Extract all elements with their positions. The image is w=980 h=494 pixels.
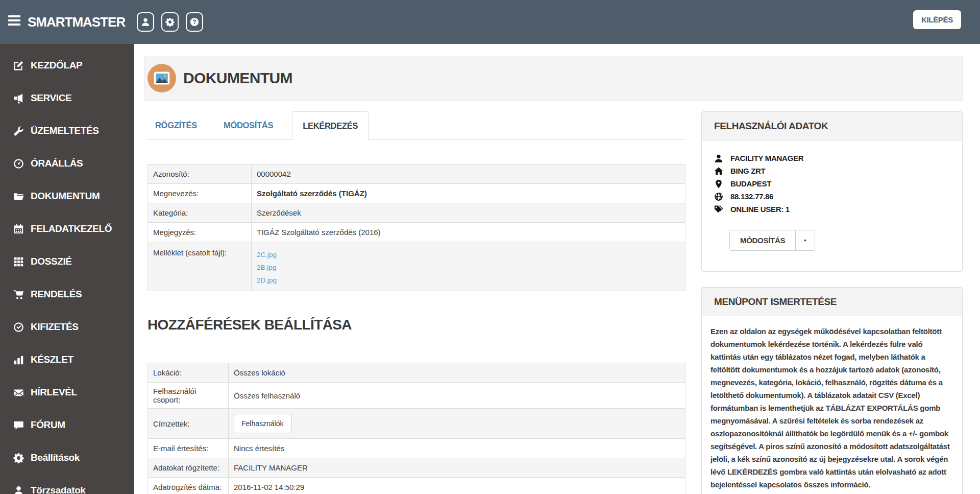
- row-value: TIGÁZ Szolgáltató szerződés (2016): [252, 223, 685, 242]
- page-header: DOKUMENTUM: [144, 56, 963, 101]
- tags-icon: [714, 205, 723, 214]
- user-info-text: 88.132.77.86: [730, 192, 773, 201]
- user-info-text: FACILITY MANAGER: [730, 154, 803, 162]
- user-info-line: FACILITY MANAGER: [714, 152, 950, 164]
- row-label: Megjegyzés:: [148, 223, 252, 242]
- sidebar-item-label: ÓRAÁLLÁS: [31, 158, 83, 169]
- attachment-link[interactable]: 2B.jpg: [257, 261, 277, 274]
- table-row: Címzettek:Felhasználók: [148, 408, 685, 438]
- sidebar-item-label: KÉSZLET: [31, 354, 74, 365]
- modify-button[interactable]: MÓDOSÍTÁS: [729, 230, 796, 251]
- sidebar-item-rendeles[interactable]: RENDELÉS: [0, 278, 134, 311]
- table-row: Lokáció:Összes lokáció: [148, 363, 685, 382]
- sidebar-item-keszlet[interactable]: KÉSZLET: [0, 343, 134, 376]
- tab-lekerdezes[interactable]: LEKÉRDEZÉS: [292, 111, 369, 140]
- sidebar-item-feladatkezelo[interactable]: FELADATKEZELŐ: [0, 213, 134, 245]
- attachment-link[interactable]: 2D.jpg: [257, 274, 277, 287]
- sidebar-item-beallitasok[interactable]: Beállítások: [0, 441, 134, 474]
- table-row: Megjegyzés:TIGÁZ Szolgáltató szerződés (…: [148, 222, 685, 242]
- table-row: Kategória:Szerződések: [148, 203, 685, 222]
- sidebar-item-label: SERVICE: [31, 92, 71, 104]
- user-info-line: ONLINE USER: 1: [714, 203, 950, 216]
- access-settings-table: Lokáció:Összes lokációFelhasználói csopo…: [148, 363, 685, 494]
- sidebar-item-oraallas[interactable]: ÓRAÁLLÁS: [0, 147, 134, 180]
- megaphone-icon: [13, 93, 24, 104]
- map-marker-icon: [714, 179, 723, 189]
- sidebar-item-label: FÓRUM: [31, 419, 65, 431]
- row-label: E-mail értesítés:: [148, 439, 229, 458]
- tab-modositas[interactable]: MÓDOSÍTÁS: [216, 111, 281, 139]
- row-value: Szerződések: [252, 203, 685, 222]
- bar-chart-icon: [13, 355, 24, 365]
- cart-icon: [13, 289, 24, 300]
- topbar: SMARTMASTER KILÉPÉS: [0, 0, 980, 44]
- row-label: Adatokat rögzítette:: [148, 458, 229, 477]
- row-value: FACILITY MANAGER: [229, 458, 685, 477]
- row-value: Összes lokáció: [229, 363, 685, 382]
- user-icon[interactable]: [137, 12, 154, 32]
- sidebar-item-label: HÍRLEVÉL: [31, 387, 77, 398]
- sidebar-item-hirlevel[interactable]: HÍRLEVÉL: [0, 376, 134, 409]
- user-info-text: ONLINE USER: 1: [730, 205, 790, 214]
- sidebar-item-kifizetes[interactable]: KIFIZETÉS: [0, 311, 134, 343]
- user-icon: [13, 485, 24, 494]
- folder-icon: [13, 191, 24, 202]
- info-panel-body: Ezen az oldalon az egységek működésével …: [702, 316, 962, 494]
- users-button[interactable]: Felhasználók: [234, 414, 291, 433]
- sidebar-item-kezdolap[interactable]: KEZDŐLAP: [0, 49, 134, 82]
- sidebar-item-label: KEZDŐLAP: [31, 60, 82, 71]
- sidebar-item-label: Törzsadatok: [31, 485, 86, 494]
- attachment-link[interactable]: 2C.jpg: [257, 248, 277, 261]
- sidebar-item-forum[interactable]: FÓRUM: [0, 409, 134, 441]
- gear-icon[interactable]: [161, 12, 179, 32]
- table-row: Megnevezés:Szolgáltató szerződés (TIGÁZ): [148, 183, 685, 203]
- row-label: Melléklet (csatolt fájl):: [148, 242, 252, 291]
- user-icon: [714, 154, 723, 163]
- access-section-title: HOZZÁFÉRÉSEK BEÁLLÍTÁSA: [148, 317, 352, 333]
- caret-down-icon[interactable]: [796, 230, 815, 251]
- user-info-line: 88.132.77.86: [714, 190, 950, 203]
- page-image-icon: [148, 64, 176, 92]
- row-value: 00000042: [252, 164, 685, 183]
- edit-icon: [13, 60, 24, 71]
- sidebar-item-torzsadatok[interactable]: Törzsadatok: [0, 474, 134, 494]
- tab-rogzites[interactable]: RÖGZÍTÉS: [148, 111, 205, 139]
- question-icon[interactable]: [186, 12, 203, 32]
- wrench-icon: [13, 126, 24, 136]
- sidebar-item-label: ÜZEMELTETÉS: [31, 125, 99, 136]
- logout-button[interactable]: KILÉPÉS: [913, 10, 961, 29]
- sidebar-item-uzemeltetes[interactable]: ÜZEMELTETÉS: [0, 114, 134, 147]
- sidebar-item-dokumentum[interactable]: DOKUMENTUM: [0, 180, 134, 213]
- user-info-line: BING ZRT: [714, 164, 950, 177]
- row-value: Szolgáltató szerződés (TIGÁZ): [252, 184, 685, 203]
- table-row: Adatokat rögzítette:FACILITY MANAGER: [148, 458, 685, 477]
- user-info-line: BUDAPEST: [714, 177, 950, 190]
- hamburger-menu-icon[interactable]: [8, 15, 21, 29]
- modify-split-button: MÓDOSÍTÁS: [729, 230, 815, 251]
- home-icon: [714, 167, 723, 176]
- grid-icon: [13, 256, 24, 267]
- calendar-icon: [13, 224, 24, 234]
- row-label: Kategória:: [148, 203, 252, 222]
- row-label: Címzettek:: [148, 409, 229, 438]
- user-panel-title: FELHASZNÁLÓI ADATOK: [702, 112, 962, 140]
- comment-icon: [13, 420, 24, 431]
- table-row: Azonosító:00000042: [148, 164, 685, 183]
- table-row: Felhasználói csoport:Összes felhasználó: [148, 382, 685, 408]
- sidebar-item-dosszie[interactable]: DOSSZIÉ: [0, 245, 134, 278]
- row-value: Felhasználók: [229, 409, 685, 438]
- row-label: Lokáció:: [148, 363, 229, 382]
- sidebar-item-label: DOSSZIÉ: [31, 256, 72, 267]
- sidebar-item-label: FELADATKEZELŐ: [31, 223, 112, 234]
- user-info-text: BUDAPEST: [730, 179, 771, 188]
- gear-icon: [13, 453, 24, 463]
- sidebar-item-service[interactable]: SERVICE: [0, 82, 134, 114]
- row-value: Nincs értesítés: [229, 439, 685, 458]
- row-label: Felhasználói csoport:: [148, 383, 229, 408]
- user-info-text: BING ZRT: [730, 167, 765, 175]
- sidebar-item-label: KIFIZETÉS: [31, 321, 79, 333]
- document-detail-table: Azonosító:00000042Megnevezés:Szolgáltató…: [148, 164, 685, 291]
- menu-info-panel: MENÜPONT ISMERTETÉSE Ezen az oldalon az …: [701, 287, 963, 494]
- app-brand: SMARTMASTER: [28, 0, 125, 44]
- row-label: Megnevezés:: [148, 184, 252, 203]
